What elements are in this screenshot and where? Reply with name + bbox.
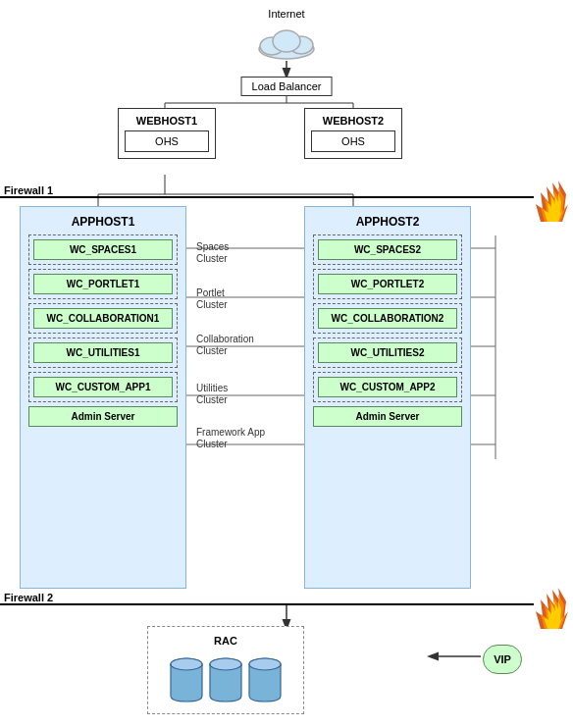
firewall1-label: Firewall 1	[4, 184, 53, 196]
wc-collaboration2-box: WC_COLLABORATION2	[318, 308, 457, 329]
wc-portlet1-box: WC_PORTLET1	[33, 274, 173, 294]
database1-icon	[169, 654, 204, 705]
webhost1-label: WEBHOST1	[125, 115, 209, 127]
database2-icon	[208, 654, 243, 705]
svg-point-25	[273, 30, 300, 52]
webhost2-label: WEBHOST2	[311, 115, 395, 127]
rac-label: RAC	[156, 635, 295, 647]
frameworkapp-cluster-label: Framework AppCluster	[196, 427, 265, 450]
internet-label: Internet	[268, 8, 304, 20]
wc-customapp1-box: WC_CUSTOM_APP1	[33, 377, 173, 397]
svg-point-38	[249, 658, 281, 670]
apphost2-customapp-cluster: WC_CUSTOM_APP2	[313, 372, 462, 402]
wc-spaces1-box: WC_SPACES1	[33, 239, 173, 260]
apphost1-label: APPHOST1	[28, 215, 178, 229]
apphost1-customapp-cluster: WC_CUSTOM_APP1	[28, 372, 178, 402]
svg-point-36	[210, 658, 241, 670]
utilities-cluster-label: UtilitiesCluster	[196, 383, 228, 406]
firewall2-line	[0, 603, 534, 605]
wc-customapp2-box: WC_CUSTOM_APP2	[318, 377, 457, 397]
apphost1-utilities-cluster: WC_UTILITIES1	[28, 338, 178, 368]
architecture-diagram: Internet Load Balancer WEBHOST1 OHS WEBH…	[0, 0, 573, 728]
vip-label: VIP	[483, 645, 522, 674]
webhost1-ohs: OHS	[125, 130, 209, 152]
webhost1-container: WEBHOST1 OHS	[118, 108, 216, 159]
apphost2-utilities-cluster: WC_UTILITIES2	[313, 338, 462, 368]
database-group	[156, 654, 295, 705]
svg-point-34	[171, 658, 202, 670]
database3-icon	[247, 654, 283, 705]
apphost2-portlet-cluster: WC_PORTLET2	[313, 269, 462, 299]
webhost2-container: WEBHOST2 OHS	[304, 108, 402, 159]
apphost2-collaboration-cluster: WC_COLLABORATION2	[313, 303, 462, 334]
portlet-cluster-label: PortletCluster	[196, 287, 228, 311]
webhost2-ohs: OHS	[311, 130, 395, 152]
firewall2-flame-icon	[531, 582, 568, 629]
wc-utilities1-box: WC_UTILITIES1	[33, 342, 173, 363]
apphost1-container: APPHOST1 WC_SPACES1 WC_PORTLET1 WC_COLLA…	[20, 206, 186, 589]
apphost1-portlet-cluster: WC_PORTLET1	[28, 269, 178, 299]
apphost2-admin-server: Admin Server	[313, 406, 462, 427]
wc-utilities2-box: WC_UTILITIES2	[318, 342, 457, 363]
wc-collaboration1-box: WC_COLLABORATION1	[33, 308, 173, 329]
firewall1-line	[0, 196, 534, 198]
apphost2-container: APPHOST2 WC_SPACES2 WC_PORTLET2 WC_COLLA…	[304, 206, 471, 589]
apphost1-spaces-cluster: WC_SPACES1	[28, 234, 178, 265]
wc-portlet2-box: WC_PORTLET2	[318, 274, 457, 294]
apphost1-collaboration-cluster: WC_COLLABORATION1	[28, 303, 178, 334]
apphost2-label: APPHOST2	[313, 215, 462, 229]
firewall2-label: Firewall 2	[4, 592, 53, 603]
wc-spaces2-box: WC_SPACES2	[318, 239, 457, 260]
collaboration-cluster-label: CollaborationCluster	[196, 334, 254, 357]
load-balancer-box: Load Balancer	[241, 77, 333, 96]
apphost2-spaces-cluster: WC_SPACES2	[313, 234, 462, 265]
firewall1-flame-icon	[531, 175, 568, 222]
apphost1-admin-server: Admin Server	[28, 406, 178, 427]
rac-container: RAC	[147, 626, 304, 714]
spaces-cluster-label: SpacesCluster	[196, 241, 229, 265]
cloud-icon	[252, 22, 321, 61]
